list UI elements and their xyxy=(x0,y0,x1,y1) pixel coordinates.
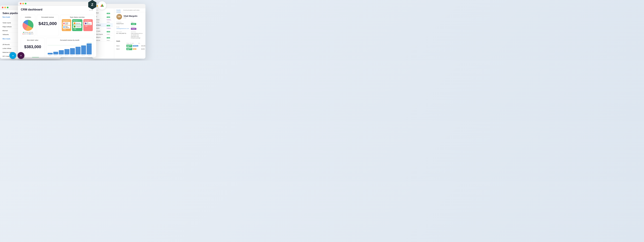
company-field: Company Global Room xyxy=(116,22,129,25)
type-field: Type Lead xyxy=(131,22,143,25)
activities-legend: Meetings Emails phone calls Demo xyxy=(22,32,34,34)
sidebar-item-row[interactable]: Global Room Lead xyxy=(94,23,113,27)
activities-pie-container: Meetings Emails phone calls Demo xyxy=(22,19,34,34)
deals-header: Stage Due date Size xyxy=(116,43,143,44)
bar-mar21 xyxy=(81,46,86,54)
sidebar-item-row[interactable]: Drover Lead xyxy=(94,15,113,18)
maximize-dot xyxy=(25,3,26,4)
detail-main: Details Communication and notes VM Vital… xyxy=(114,8,146,58)
close-dot xyxy=(2,7,4,8)
svg-text:☁: ☁ xyxy=(12,54,14,56)
zendesk-icon: Z xyxy=(88,0,97,10)
detail-panel-window: Company First Bowl Lead Drover Lead Four… xyxy=(92,4,146,58)
bar-nov20 xyxy=(59,50,64,54)
summary-field: Summary Client reached out to us via web… xyxy=(131,31,143,39)
deal-row: Deal 1 Qualified lead Meeting $15,000 xyxy=(116,44,143,47)
detail-layout: Company First Bowl Lead Drover Lead Four… xyxy=(92,8,146,58)
detail-tabs: Details Communication and notes xyxy=(114,8,146,12)
team-status-card: Team Status overview Negotiation/ 3 Twis… xyxy=(60,15,94,36)
contact-info: Vitali Margolin CTO xyxy=(124,15,138,18)
close-dot xyxy=(20,3,22,4)
crm-top-grid: Activities Meetings Emails xyxy=(21,15,93,36)
source-badge: Form xyxy=(131,28,136,30)
sidebar-item-row[interactable]: Four Series Custom... xyxy=(94,18,113,21)
minimize-dot xyxy=(4,7,6,8)
tab-communication[interactable]: Communication and notes xyxy=(123,10,140,12)
bar-labels: Sep 20 Oct 20 Nov 20 Dec 20 Jan 21 Feb 2… xyxy=(48,54,92,56)
crm-title: CRM dashboard xyxy=(21,8,42,11)
forecasted-month-title: Forcasted revenue by month xyxy=(48,40,92,41)
status-card: Ridge Software xyxy=(63,26,70,28)
forecasted-revenue-value: $421,000 xyxy=(38,21,57,26)
sidebar-item-row[interactable]: Milestone Exports Vendo... xyxy=(94,33,113,36)
contact-name: Vitali Margolin xyxy=(124,15,138,17)
forecasted-revenue-card: Forcasted revenue $421,000 xyxy=(37,15,58,36)
sidebar-item-row[interactable]: Adventures Custom... xyxy=(94,27,113,30)
sidebar-item-row[interactable]: Marketing Inc. Lead xyxy=(94,36,113,39)
bar-oct20 xyxy=(53,52,58,54)
svg-text:#: # xyxy=(20,54,22,57)
team-status-grid: Negotiation/ 3 Twister Sports Ridge Soft… xyxy=(62,19,93,31)
sidebar-item-row[interactable]: Jazz C North Lead xyxy=(94,30,113,33)
type-badge: Lead xyxy=(131,23,136,25)
bar-feb21 xyxy=(76,47,80,54)
gdrive-svg xyxy=(100,3,104,8)
deal-row: Deal 2 Qualified lead Call $8,400 xyxy=(116,47,143,50)
bar-chart-container: Sep 20 Oct 20 Nov 20 Dec 20 Jan 21 Feb 2… xyxy=(48,44,92,56)
status-card: Bluemart xyxy=(73,22,82,25)
tab-details[interactable]: Details xyxy=(116,10,121,12)
contact-header: VM Vitali Margolin CTO xyxy=(116,14,143,20)
crm-dashboard-window: CRM dashboard ••• Activities Meetings xyxy=(18,2,96,57)
forecasted-revenue-title: Forcasted revenue xyxy=(38,16,57,18)
activities-title: Activities xyxy=(22,16,34,18)
deals-section: Deals Stage Due date Size Deal 1 Qualifi… xyxy=(116,40,143,50)
status-card: Zift Records xyxy=(84,22,92,25)
activities-card: Activities Meetings Emails xyxy=(21,15,35,36)
team-status-title: Team Status overview xyxy=(62,16,93,18)
sidebar-item-row[interactable]: Project & Co Vendo... xyxy=(94,39,113,42)
legend-meetings: Meetings xyxy=(23,32,28,33)
salesforce-icon: ☁ xyxy=(10,52,16,59)
legend-demo: Demo xyxy=(30,33,33,34)
status-card: Twister Sports xyxy=(63,22,70,25)
bar-jan21 xyxy=(70,48,75,54)
deal-won-col: Deal won / 2 Bluemart Yelloworks + Add xyxy=(72,19,82,31)
sidebar-item-row[interactable]: Stars R Us Vendo... xyxy=(94,21,113,23)
timezone-field: Time zone NY, USA (GMT-5) xyxy=(116,31,129,39)
lost-deal-col: Lost deal / 1 Zift Records + Add xyxy=(83,19,92,31)
crm-content: CRM dashboard ••• Activities Meetings xyxy=(18,6,96,57)
won-deals-value: $383,000 xyxy=(22,44,43,49)
source-field: Source Form xyxy=(131,26,143,30)
won-deals-title: Won deals' value xyxy=(22,40,43,41)
bar-chart xyxy=(48,44,92,54)
forecasted-by-month-card: Forcasted revenue by month — 2021 goal xyxy=(46,38,93,57)
legend-emails: Emails xyxy=(29,32,33,33)
slack-icon: # xyxy=(18,52,24,59)
bar-dec20 xyxy=(64,49,70,54)
window-bar-crm xyxy=(18,2,96,6)
legend-phonecalls: phone calls xyxy=(22,33,29,34)
sidebar-item-row[interactable]: First Bowl Lead xyxy=(94,11,113,15)
email-field: Email vitali@globalroom.com xyxy=(116,26,129,30)
minimize-dot xyxy=(22,3,24,4)
maximize-dot xyxy=(7,7,8,8)
gdrive-icon xyxy=(98,1,106,10)
bottom-integrations: ☁ # xyxy=(10,52,24,59)
activities-pie-chart xyxy=(22,20,34,31)
detail-body: VM Vitali Margolin CTO Company Global Ro… xyxy=(114,12,146,52)
crm-bottom-grid: Won deals' value $383,000 Forcasted reve… xyxy=(21,38,93,57)
contact-avatar: VM xyxy=(116,14,122,20)
deals-title: Deals xyxy=(116,40,143,42)
goal-label: — 2021 goal xyxy=(48,42,92,43)
top-integrations: Z xyxy=(88,0,106,10)
negotiation-col: Negotiation/ 3 Twister Sports Ridge Soft… xyxy=(62,19,71,31)
bar-sep20 xyxy=(48,53,53,54)
contact-role: CTO xyxy=(124,17,138,18)
detail-fields-grid: Company Global Room Type Lead Email vita… xyxy=(116,22,143,39)
status-card: Yelloworks xyxy=(73,25,82,28)
